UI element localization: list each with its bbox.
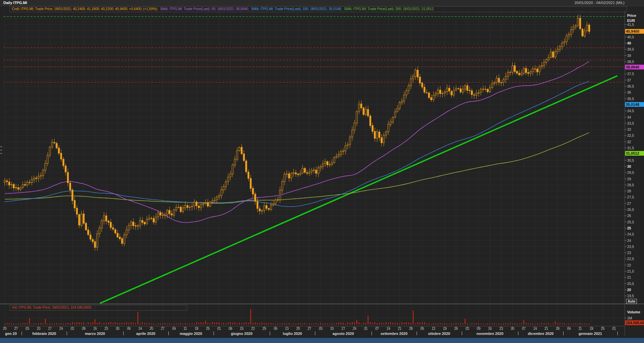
price-tick-label: 26,5	[627, 208, 634, 212]
legend-sma100[interactable]: SMA; ITPG.MI; Trade Price(Last); 100; 18…	[251, 7, 342, 11]
candlesticks	[4, 15, 590, 251]
price-legend[interactable]: Cndl; ITPG.MI; Trade Price; 18/01/2021; …	[9, 6, 627, 12]
month-separator	[67, 332, 67, 335]
price-tick-label: 30	[627, 164, 631, 168]
day-tick-label: 28	[556, 327, 559, 331]
day-tick-label: 06	[273, 327, 277, 331]
price-tick-label: 40,5	[627, 35, 634, 39]
price-tick-label: 34	[627, 115, 631, 119]
day-tick-label: 24	[353, 327, 356, 331]
price-tick-label: 37,5	[627, 72, 634, 76]
day-tick-label: 01	[217, 327, 221, 331]
price-tick-label: 25,5	[627, 220, 634, 224]
chart-canvas[interactable]	[0, 0, 644, 343]
month-label: gen 20	[5, 332, 17, 336]
day-tick-label: 04	[567, 327, 571, 331]
price-tick-label: 27,5	[627, 195, 634, 199]
day-tick-label: 27	[161, 327, 164, 331]
month-label: aprile 2020	[136, 332, 155, 336]
last-price-badge: 40,9400	[625, 29, 644, 34]
day-tick-label: 02	[465, 327, 469, 331]
legend-candle[interactable]: Cndl; ITPG.MI; Trade Price; 18/01/2021; …	[12, 7, 158, 11]
legend-sma200[interactable]: SMA; ITPG.MI; Trade Price(Last); 200; 18…	[344, 7, 433, 11]
month-label: settembre 2020	[381, 332, 408, 336]
month-label: novembre 2020	[476, 332, 503, 336]
day-tick-label: 25	[206, 327, 210, 331]
month-label: agosto 2020	[332, 332, 354, 336]
price-tick-label: 40	[627, 41, 631, 45]
timeline-scrollbar[interactable]	[0, 338, 644, 343]
month-separator	[563, 332, 564, 335]
day-tick-label: 20	[150, 327, 153, 331]
sma100-line	[5, 81, 589, 207]
day-tick-label: 05	[420, 327, 424, 331]
month-separator	[462, 332, 462, 335]
pane-handle-icon[interactable]	[0, 153, 2, 154]
price-tick-label: 38,5	[627, 60, 634, 64]
day-tick-label: 30	[511, 327, 514, 331]
month-separator	[315, 332, 315, 335]
price-tick-label: 28	[627, 189, 631, 193]
day-tick-label: 22	[251, 327, 255, 331]
price-tick-label: 24,5	[627, 232, 634, 236]
pane-handle-icon[interactable]	[0, 150, 2, 151]
month-separator	[617, 332, 618, 335]
day-tick-label: 24	[59, 327, 63, 331]
month-label: marzo 2020	[85, 332, 105, 336]
day-tick-label: 18	[589, 327, 593, 331]
day-tick-label: 17	[341, 327, 345, 331]
day-tick-label: 17	[48, 327, 52, 331]
day-tick-label: 27	[14, 327, 18, 331]
day-tick-label: 30	[116, 327, 119, 331]
sma50-price-badge: 38,0640	[625, 65, 644, 69]
month-separator	[123, 332, 124, 335]
price-tick-label: 26	[627, 214, 631, 218]
month-label: luglio 2020	[283, 332, 302, 336]
price-tick-label: 22	[627, 263, 631, 267]
day-tick-label: 20	[296, 327, 300, 331]
day-tick-label: 09	[477, 327, 480, 331]
volume-legend-text: Vol; ITPG.MI; Trade Price; 18/01/2021; 1…	[12, 306, 91, 309]
price-tick-label: 23,5	[627, 245, 634, 249]
month-label: dicembre 2020	[528, 332, 553, 336]
day-tick-label: 23	[104, 327, 108, 331]
day-tick-label: 09	[82, 327, 86, 331]
day-tick-label: 21	[398, 327, 401, 331]
price-tick-label: 28,5	[627, 183, 634, 187]
price-tick-label: 36,5	[627, 84, 634, 88]
month-separator	[518, 332, 518, 335]
month-label: febbraio 2020	[32, 332, 56, 336]
day-tick-label: 27	[308, 327, 311, 331]
day-tick-label: 16	[488, 327, 492, 331]
price-tick-label: 20	[627, 288, 631, 292]
day-tick-label: 18	[195, 327, 198, 331]
day-tick-label: 16	[93, 327, 97, 331]
price-tick-label: 19,5	[627, 294, 634, 298]
pane-handle-icon[interactable]	[0, 146, 2, 147]
volume-bars	[4, 309, 590, 324]
price-tick-label: 30,5	[627, 158, 634, 162]
day-tick-label: 15	[240, 327, 244, 331]
price-tick-label: 21	[627, 275, 631, 279]
price-tick-label: 32	[627, 140, 631, 144]
price-tick-label: 20,5	[627, 282, 634, 286]
volume-axis-tick: 1M	[627, 316, 632, 320]
month-label: giugno 2020	[231, 332, 252, 336]
legend-sma50[interactable]: SMA; ITPG.MI; Trade Price(Last); 50; 18/…	[160, 7, 249, 11]
price-tick-label: 21,5	[627, 269, 634, 273]
month-separator	[214, 332, 214, 335]
price-tick-label: 36	[627, 90, 631, 94]
price-tick-label: 39	[627, 54, 631, 58]
day-tick-label: 26	[454, 327, 458, 331]
volume-legend[interactable]: Vol; ITPG.MI; Trade Price; 18/01/2021; 1…	[9, 305, 187, 311]
day-tick-label: 03	[25, 327, 29, 331]
price-tick-label: 25	[627, 226, 631, 230]
day-tick-label: 03	[319, 327, 322, 331]
day-tick-label: 14	[533, 327, 537, 331]
auto-scale-button[interactable]: Auto	[626, 299, 637, 304]
price-tick-label: 41,5	[627, 23, 634, 27]
month-separator	[270, 332, 270, 335]
day-tick-label: 12	[431, 327, 435, 331]
price-axis-title: Price	[627, 13, 636, 18]
day-tick-label: 14	[386, 327, 390, 331]
